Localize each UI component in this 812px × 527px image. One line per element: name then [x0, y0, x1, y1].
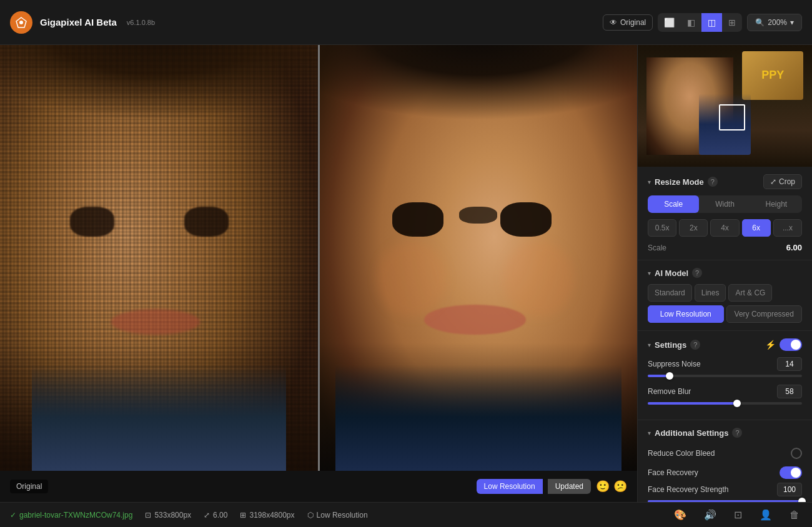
scale-icon: ⤢ [204, 511, 210, 520]
additional-chevron[interactable]: ▾ [648, 430, 651, 436]
image-enhanced [320, 45, 638, 471]
suppress-noise-slider[interactable] [648, 375, 802, 377]
resize-mode-title: Resize Mode [655, 177, 704, 187]
settings-header-right: ⚡ [765, 338, 802, 351]
settings-toggle[interactable] [780, 338, 802, 351]
zoom-control[interactable]: 🔍 200% ▾ [747, 14, 802, 31]
scale-6x[interactable]: 6x [742, 219, 771, 237]
remove-blur-label-row: Remove Blur 58 [648, 385, 802, 398]
suppress-noise-thumb[interactable] [666, 372, 673, 380]
scale-4x[interactable]: 4x [710, 219, 739, 237]
canvas-bottom: Original Low Resolution Updated 🙂 😕 [0, 471, 637, 502]
ai-model-header: ▾ AI Model ? [648, 268, 802, 278]
hair-overlay-enhanced [320, 45, 638, 194]
settings-title: Settings [655, 340, 686, 350]
eye-icon: 👁 [610, 18, 617, 27]
settings-header: ▾ Settings ? ⚡ [648, 338, 802, 351]
original-toggle[interactable]: 👁 Original [603, 14, 653, 31]
settings-help-icon[interactable]: ? [690, 340, 700, 350]
view-quad[interactable]: ⊞ [722, 13, 742, 32]
status-delete-button[interactable]: 🗑 [787, 507, 802, 523]
suppress-noise-value[interactable]: 14 [777, 357, 802, 371]
model-lines[interactable]: Lines [695, 284, 726, 302]
scale-0.5x[interactable]: 0.5x [648, 219, 676, 237]
view-split[interactable]: ◫ [701, 13, 722, 32]
view-mode-group: ⬜ ◧ ◫ ⊞ [658, 13, 742, 32]
topbar-controls: 👁 Original ⬜ ◧ ◫ ⊞ 🔍 200% ▾ [603, 13, 802, 32]
face-recovery-strength-thumb[interactable] [798, 498, 806, 502]
model-row2: Low Resolution Very Compressed [648, 305, 802, 323]
resize-tab-group: Scale Width Height [648, 195, 802, 213]
resize-mode-header-right: ⤢ Crop [763, 174, 802, 189]
crop-button[interactable]: ⤢ Crop [763, 174, 802, 189]
status-compare-button[interactable]: ⊡ [731, 506, 745, 523]
lightning-icon: ⚡ [765, 340, 776, 350]
reduce-color-bleed-label: Reduce Color Bleed [648, 449, 715, 458]
face-recovery-toggle[interactable] [780, 466, 802, 479]
thumbnail-area: PPY [638, 45, 812, 167]
suppress-noise-label-row: Suppress Noise 14 [648, 357, 802, 371]
scale-2x[interactable]: 2x [679, 219, 708, 237]
main-area: Original Low Resolution Updated 🙂 😕 PPY [0, 45, 812, 502]
mouth-enhanced [424, 305, 526, 335]
clothing-enhanced [335, 365, 621, 471]
status-user-button[interactable]: 👤 [757, 506, 775, 523]
face-recovery-strength-value[interactable]: 100 [777, 483, 802, 496]
status-dimensions-output: ⊞ 3198x4800px [240, 511, 294, 520]
eye-right-original [184, 207, 229, 237]
face-recovery-label: Face Recovery [648, 468, 698, 477]
tab-height[interactable]: Height [751, 195, 802, 213]
remove-blur-thumb[interactable] [733, 400, 741, 407]
canvas-area: Original Low Resolution Updated 🙂 😕 [0, 45, 637, 502]
crop-icon: ⤢ [770, 177, 776, 186]
model-standard[interactable]: Standard [648, 284, 692, 302]
cheek-right-enhanced [503, 241, 573, 318]
eye-left-enhanced [392, 202, 443, 237]
chevron-down-icon: ▾ [790, 18, 794, 27]
reduce-color-bleed-toggle[interactable] [791, 448, 802, 459]
status-audio-button[interactable]: 🔊 [701, 506, 719, 523]
resize-help-icon[interactable]: ? [708, 177, 718, 187]
image-container [0, 45, 637, 471]
scale-options-group: 0.5x 2x 4x 6x ...x [648, 219, 802, 237]
additional-settings-title: Additional Settings [655, 428, 728, 438]
model-low-resolution[interactable]: Low Resolution [648, 305, 724, 323]
scale-label: Scale [648, 244, 666, 252]
model-art-cg[interactable]: Art & CG [728, 284, 772, 302]
mouth-original [111, 309, 200, 335]
face-recovery-strength-label: Face Recovery Strength [648, 485, 728, 494]
additional-help-icon[interactable]: ? [732, 428, 742, 438]
suppress-noise-label: Suppress Noise [648, 360, 701, 368]
scale-custom[interactable]: ...x [773, 219, 802, 237]
tab-scale[interactable]: Scale [648, 195, 699, 213]
thumbnail-viewport[interactable] [719, 104, 745, 131]
suppress-noise-row: Suppress Noise 14 [648, 357, 802, 377]
app-version: v6.1.0.8b [127, 19, 155, 26]
settings-chevron[interactable]: ▾ [648, 342, 651, 348]
ai-model-help-icon[interactable]: ? [692, 268, 702, 278]
remove-blur-slider[interactable] [648, 402, 802, 405]
remove-blur-value[interactable]: 58 [777, 385, 802, 398]
reaction-group: 🙂 😕 [596, 480, 627, 493]
view-single[interactable]: ⬜ [658, 13, 681, 32]
thumbs-up-button[interactable]: 🙂 [596, 480, 610, 493]
resize-mode-header: ▾ Resize Mode ? ⤢ Crop [648, 174, 802, 189]
thumbs-down-button[interactable]: 😕 [613, 480, 627, 493]
badge-updated: Updated [548, 479, 591, 494]
model-very-compressed[interactable]: Very Compressed [726, 305, 803, 323]
status-palette-button[interactable]: 🎨 [671, 506, 689, 523]
settings-section: ▾ Settings ? ⚡ Suppress Noise 14 [638, 331, 812, 420]
scale-value: 6.00 [786, 243, 802, 252]
remove-blur-fill [648, 402, 737, 405]
tab-width[interactable]: Width [699, 195, 750, 213]
clothing-original [32, 365, 286, 471]
face-recovery-strength-slider[interactable] [648, 500, 802, 502]
resize-mode-section: ▾ Resize Mode ? ⤢ Crop Scale Width Heigh… [638, 167, 812, 260]
ai-model-section: ▾ AI Model ? Standard Lines Art & CG Low… [638, 260, 812, 331]
status-check: ✓ gabriel-tovar-TXWNzMCOw74.jpg [10, 511, 132, 520]
nose-enhanced [459, 207, 497, 224]
face-recovery-strength-label-row: Face Recovery Strength 100 [648, 483, 802, 496]
resize-chevron[interactable]: ▾ [648, 179, 651, 185]
ai-model-chevron[interactable]: ▾ [648, 270, 651, 277]
view-split-left[interactable]: ◧ [681, 13, 701, 32]
